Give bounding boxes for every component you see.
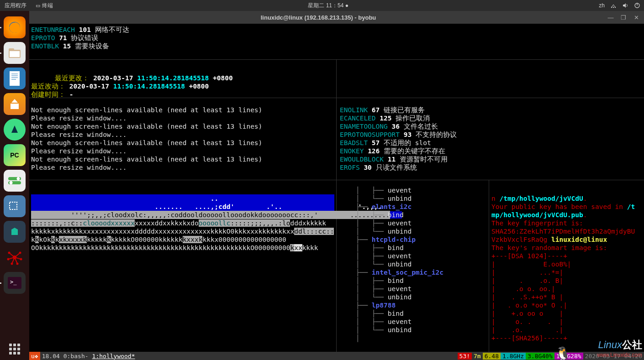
status-loadavg: 6.48 — [483, 353, 501, 360]
svg-rect-9 — [10, 71, 20, 86]
pane-ssh-key: n /tmp/hollywood/jvVCdU. Your public key… — [491, 186, 635, 342]
minimize-button[interactable]: — — [607, 14, 614, 21]
terminal-window: linuxidc@linux (192.168.213.135) - byobu… — [29, 11, 644, 360]
terminal-icon: ▭ — [36, 3, 40, 9]
pane-resize-msg: Not enough screen-lines available (need … — [31, 106, 262, 172]
pane-tree: │ ├── uevent │ └── unbind ├── elants_i2c… — [340, 186, 443, 342]
status-version: 18.04 — [40, 352, 62, 360]
clock[interactable]: 星期二 11：54 ● — [58, 2, 599, 10]
maximize-button[interactable]: ❐ — [620, 14, 627, 21]
svg-point-32 — [16, 263, 19, 265]
dock-terminal[interactable]: >_ — [4, 272, 26, 294]
titlebar[interactable]: linuxidc@linux (192.168.213.135) - byobu… — [29, 11, 644, 24]
dock-firefox[interactable] — [4, 16, 26, 38]
dock-bug-tool[interactable] — [4, 246, 26, 268]
status-load: 53! — [458, 353, 472, 360]
dock: PC >_ — [0, 11, 29, 360]
window-title: linuxidc@linux (192.168.213.135) - byobu — [29, 14, 607, 21]
input-method-indicator[interactable]: zh — [599, 2, 605, 9]
svg-point-31 — [11, 263, 13, 265]
status-disk: 118G28% — [554, 353, 583, 360]
status-date: 2020-03-17 — [583, 353, 623, 360]
svg-rect-7 — [9, 48, 14, 51]
svg-point-16 — [17, 177, 20, 180]
status-cpu: 1.8GHz — [501, 353, 526, 360]
terminal-content[interactable]: ENETUNREACH 101 网络不可达 EPROTO 71 协议错误 ENO… — [29, 24, 644, 352]
dock-screenshot[interactable] — [4, 195, 26, 217]
status-window-0[interactable]: 0:bash- — [62, 352, 90, 360]
close-button[interactable]: ✕ — [633, 14, 639, 21]
svg-point-27 — [8, 252, 11, 254]
volume-icon[interactable] — [622, 2, 628, 9]
dock-android-studio[interactable] — [4, 119, 26, 141]
byobu-statusbar: u❖ 18.04 0:bash- 1:hollywood* 53! 7m 6.4… — [29, 352, 644, 360]
dock-writer[interactable] — [4, 68, 26, 89]
top-panel: 应用程序 ▭ 终端 星期二 11：54 ● zh — [0, 0, 644, 11]
pane-top-errors: ENETUNREACH 101 网络不可达 EPROTO 71 协议错误 ENO… — [31, 26, 129, 50]
status-window-1[interactable]: 1:hollywood* — [90, 352, 137, 360]
svg-point-29 — [7, 258, 10, 261]
status-distro-badge: u❖ — [29, 352, 40, 360]
status-uptime: 7m — [472, 353, 483, 360]
svg-rect-14 — [11, 104, 19, 109]
network-icon[interactable] — [610, 2, 617, 9]
power-icon[interactable] — [634, 2, 640, 9]
dock-snap-store[interactable] — [4, 221, 26, 243]
svg-point-18 — [10, 181, 13, 184]
svg-point-28 — [19, 252, 21, 254]
svg-rect-19 — [10, 202, 17, 209]
svg-point-1 — [613, 7, 614, 8]
show-applications[interactable] — [9, 344, 20, 355]
applications-menu[interactable]: 应用程序 — [0, 2, 31, 10]
svg-point-30 — [20, 258, 22, 261]
status-clock: 04:20 — [623, 353, 644, 360]
svg-text:>_: >_ — [10, 279, 17, 285]
dock-files[interactable] — [4, 42, 26, 64]
status-memory: 3.8G40% — [526, 353, 554, 360]
dock-tweaks[interactable] — [4, 170, 26, 192]
svg-rect-8 — [10, 51, 20, 57]
pane-stat: 最近更改： 2020-03-17 11:50:14.281845518 +080… — [31, 66, 233, 99]
pane-ascii-art: .. ....... ....,;cdd' .'.. '.,,,. '''';;… — [31, 186, 336, 252]
pane-right-errors: ENOLINK 67 链接已有服务 ECANCELED 125 操作已取消 EN… — [340, 106, 457, 172]
terminal-launcher[interactable]: ▭ 终端 — [31, 2, 58, 10]
dock-software[interactable] — [4, 93, 26, 115]
dock-pycharm[interactable]: PC — [4, 144, 26, 166]
